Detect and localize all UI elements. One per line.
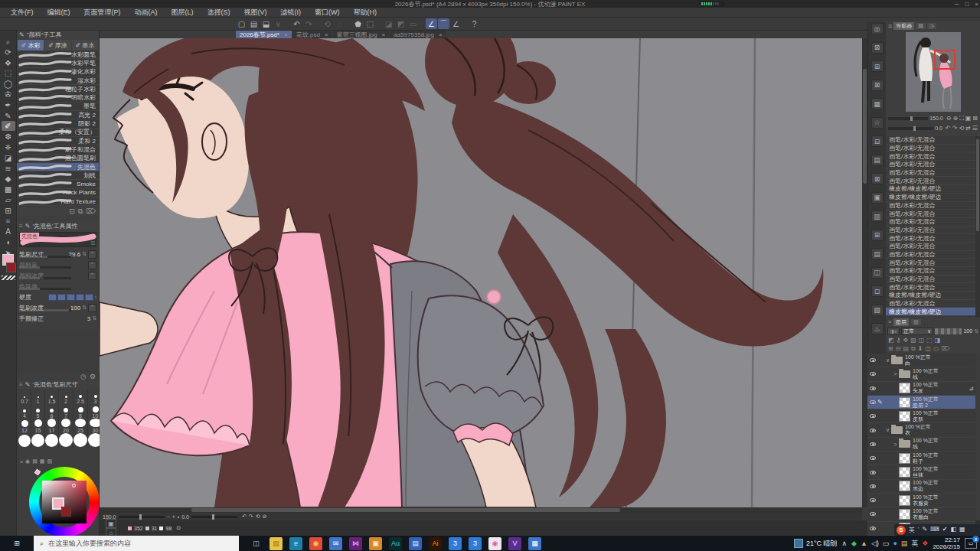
opacity-slider[interactable] bbox=[935, 328, 962, 334]
transparent-color-swatch[interactable] bbox=[2, 276, 15, 280]
brush-list-item[interactable]: 粗粒子水彩 bbox=[17, 85, 99, 93]
taskbar-app-icon[interactable]: ▦ bbox=[528, 537, 541, 550]
layer-thumbnail[interactable] bbox=[899, 509, 910, 520]
panel-menu-icon[interactable]: ≡ bbox=[888, 319, 891, 324]
brush-tool-icon[interactable]: ✐ bbox=[2, 121, 15, 131]
menu-item[interactable]: 文件(F) bbox=[5, 8, 40, 18]
taskbar-app-icon[interactable]: ⋈ bbox=[349, 537, 362, 550]
saturation-value-square[interactable] bbox=[42, 481, 87, 523]
layer-row[interactable]: 100 %正常 黑边 bbox=[867, 480, 975, 494]
dynamics-button[interactable]: ⌃ bbox=[88, 272, 96, 280]
toolbar-button-icon[interactable]: ⬟ bbox=[352, 18, 364, 29]
brush-size-cell[interactable]: 12 bbox=[18, 419, 31, 433]
taskbar-app-icon[interactable]: ◫ bbox=[250, 537, 263, 550]
navigator-rotate-icon[interactable]: ↷ bbox=[952, 125, 958, 132]
rotate-icon[interactable]: ↶ bbox=[242, 514, 247, 519]
ime-icon[interactable]: ◧ bbox=[950, 526, 956, 534]
toolbar-button-icon[interactable] bbox=[462, 18, 468, 29]
canvas-vertical-scrollbar[interactable] bbox=[862, 38, 867, 507]
navigator-zoom-icon[interactable]: ⊖ bbox=[946, 115, 952, 122]
selection-tool-icon[interactable]: ⬚ bbox=[2, 68, 15, 78]
menu-item[interactable]: 页面管理(P) bbox=[78, 8, 127, 18]
sv-marker[interactable] bbox=[72, 484, 76, 487]
window-control[interactable]: ─ bbox=[955, 1, 959, 8]
brush-size-cell[interactable] bbox=[31, 433, 45, 448]
layer-visibility-toggle[interactable] bbox=[867, 429, 877, 432]
menu-item[interactable]: 编辑(E) bbox=[41, 8, 77, 18]
hardness-row[interactable]: 硬度 › bbox=[17, 292, 99, 302]
palette-dock-icon[interactable]: ▦ bbox=[871, 98, 884, 109]
spinner-icon[interactable]: ⇅ bbox=[974, 328, 978, 334]
canvas[interactable] bbox=[100, 38, 862, 507]
toolbar-button-icon[interactable]: ↷ bbox=[303, 18, 315, 29]
layer-command-icon[interactable]: ⧉ bbox=[911, 345, 916, 353]
layer-visibility-toggle[interactable] bbox=[867, 527, 877, 530]
menu-item[interactable]: 帮助(H) bbox=[348, 8, 384, 18]
toolbar-button-icon[interactable]: ◌ bbox=[334, 18, 345, 29]
layer-lock-icon[interactable]: ⬚ bbox=[926, 337, 933, 344]
brush-size-cell[interactable]: 6 bbox=[45, 404, 59, 419]
taskbar-app-icon[interactable]: ✉ bbox=[329, 537, 342, 550]
layer-lock-icon[interactable]: ⚷ bbox=[897, 337, 901, 344]
layer-thumbnail[interactable] bbox=[899, 383, 910, 393]
layer-thumbnail[interactable] bbox=[899, 411, 910, 422]
panel-menu-icon[interactable]: ≡ bbox=[20, 459, 23, 465]
palette-dock-icon[interactable]: ▤ bbox=[871, 155, 884, 166]
brush-size-cell[interactable]: 15 bbox=[31, 419, 45, 433]
history-icon[interactable]: ◷ bbox=[80, 373, 87, 380]
taskbar-app-icon[interactable]: ▣ bbox=[369, 537, 382, 550]
sogou-logo-icon[interactable]: S bbox=[897, 526, 906, 535]
rotation-slider[interactable] bbox=[191, 516, 237, 518]
window-control[interactable]: □ bbox=[965, 1, 969, 8]
toolbar-button-icon[interactable]: ? bbox=[469, 18, 480, 29]
palette-dock-icon[interactable]: ⊡ bbox=[871, 285, 884, 297]
toolbar-button-icon[interactable]: ⬓ bbox=[260, 18, 272, 29]
navigator-rotate-icon[interactable]: ☰ bbox=[972, 125, 978, 132]
layer-lock-icon[interactable]: ✥ bbox=[903, 337, 908, 344]
taskbar-app-icon[interactable]: ▤ bbox=[409, 537, 422, 550]
brush-size-cell[interactable] bbox=[45, 433, 59, 448]
tray-icon[interactable]: 英 bbox=[911, 539, 918, 549]
ime-icon[interactable]: ✔ bbox=[942, 526, 948, 534]
subtool-footer-icon[interactable]: ⌦ bbox=[86, 207, 96, 215]
brush-list-item[interactable]: Rock Plants bbox=[17, 189, 99, 197]
layer-thumbnail[interactable] bbox=[899, 481, 910, 491]
eraser-tool-icon[interactable]: ◪ bbox=[2, 153, 15, 163]
palette-dock-icon[interactable]: ▤ bbox=[871, 248, 884, 259]
folder-caret-icon[interactable]: > bbox=[892, 371, 899, 377]
fill-tool-icon[interactable]: ◆ bbox=[2, 174, 15, 184]
spinner-icon[interactable]: ⇅ bbox=[82, 305, 87, 311]
tray-icon[interactable]: ▤ bbox=[901, 540, 908, 547]
layer-lock-icon[interactable]: ▨ bbox=[910, 337, 916, 344]
palette-dock-icon[interactable]: ⊞ bbox=[871, 230, 884, 241]
brush-history-item[interactable]: 橡皮擦/橡皮擦/硬边 bbox=[886, 308, 980, 316]
figure-tool-icon[interactable]: ▱ bbox=[2, 195, 15, 205]
expand-icon[interactable]: › bbox=[95, 295, 96, 300]
zoom-in-icon[interactable]: + bbox=[172, 514, 175, 520]
layer-visibility-toggle[interactable] bbox=[867, 512, 877, 516]
toolbar-button-icon[interactable]: ▢ bbox=[236, 18, 247, 29]
tray-chevron-icon[interactable]: ∧ bbox=[842, 540, 848, 547]
subtool-footer-icon[interactable]: ⊡ bbox=[69, 207, 75, 215]
brush-size-cell[interactable]: 5 bbox=[31, 404, 45, 419]
toolbar-button-icon[interactable]: ◪ bbox=[383, 18, 394, 29]
layer-visibility-toggle[interactable] bbox=[867, 358, 877, 362]
toolbar-button-icon[interactable]: ⌒ bbox=[438, 18, 449, 29]
airbrush-tool-icon[interactable]: ❆ bbox=[2, 132, 15, 142]
brush-list-item[interactable]: 高光 2 bbox=[17, 111, 99, 119]
zoom-slider[interactable] bbox=[119, 516, 165, 518]
layer-row[interactable]: 100 %正常 衣服白 bbox=[867, 507, 975, 521]
navigator-zoom-value[interactable]: 150.0 bbox=[929, 116, 943, 121]
layer-visibility-toggle[interactable] bbox=[867, 400, 877, 404]
brush-size-cell[interactable]: 1.5 bbox=[45, 390, 59, 404]
paint-density-row[interactable]: 颜料浓度 ⌃ bbox=[17, 270, 99, 281]
navigator-zoom-icon[interactable]: ⊠ bbox=[972, 115, 978, 122]
brush-list-item[interactable]: 混色圆笔刷 bbox=[17, 155, 99, 163]
layer-command-icon[interactable]: ⬇ bbox=[918, 345, 923, 352]
menu-item[interactable]: 动画(A) bbox=[129, 8, 164, 18]
secondary-color-swatch[interactable] bbox=[6, 262, 16, 272]
rotate-icon[interactable]: ↷ bbox=[249, 514, 253, 519]
rotate-icon[interactable]: ⊘ bbox=[263, 514, 267, 519]
info-tab-icon[interactable]: ▤ bbox=[916, 23, 926, 29]
navigator-zoom-icon[interactable]: ⊕ bbox=[952, 115, 958, 122]
